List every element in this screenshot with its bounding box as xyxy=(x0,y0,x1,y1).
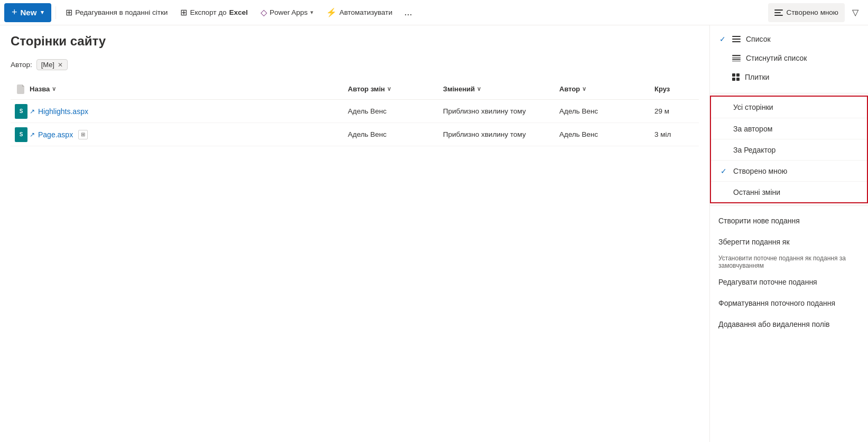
recent-changes-view-item[interactable]: ✓ Останні зміни xyxy=(711,181,867,202)
row2-expand-icon: ↗ xyxy=(30,131,35,138)
header-modified-sort-icon[interactable]: ∨ xyxy=(477,86,481,92)
export-label: Експорт до xyxy=(190,8,226,16)
export-excel-button[interactable]: ⊞ Експорт до Excel xyxy=(175,3,253,22)
header-modified: Змінений ∨ xyxy=(443,85,559,93)
filter-label: Автор: xyxy=(11,61,32,69)
row1-editor-cell: Адель Венс xyxy=(348,107,443,115)
new-caret-icon: ▾ xyxy=(41,9,44,16)
plus-icon: + xyxy=(12,7,17,18)
by-author-view-label: За автором xyxy=(733,125,772,133)
more-actions-button[interactable]: ... xyxy=(400,4,417,21)
edit-current-view-label: Редагувати поточне подання xyxy=(718,278,817,286)
header-size: Круз xyxy=(654,85,697,93)
compact-view-label: Стиснутий список xyxy=(746,54,807,62)
filter-row: Автор: [Me] ✕ xyxy=(11,59,699,70)
content-area: Сторінки сайту Автор: [Me] ✕ Назва xyxy=(0,25,709,442)
edit-current-view-item[interactable]: Редагувати поточне подання xyxy=(710,271,868,293)
header-editor-sort-icon[interactable]: ∨ xyxy=(387,86,391,92)
row1-author-cell: Адель Венс xyxy=(559,107,654,115)
power-apps-icon: ◇ xyxy=(261,7,267,17)
created-by-me-view-item[interactable]: ✓ Створено мною xyxy=(711,160,867,181)
export-icon: ⊞ xyxy=(180,7,187,17)
header-modified-label: Змінений xyxy=(443,85,475,93)
header-name-sort-icon[interactable]: ∨ xyxy=(52,86,56,92)
filter-tag-close-button[interactable]: ✕ xyxy=(58,61,63,69)
filter-button[interactable]: ▽ xyxy=(847,4,864,21)
list-view-option[interactable]: ✓ Список xyxy=(710,30,868,49)
edit-grid-button[interactable]: ⊞ Редагування в поданні сітки xyxy=(60,3,173,22)
automate-button[interactable]: ⚡ Автоматизувати xyxy=(321,3,398,22)
header-author-label: Автор xyxy=(559,85,580,93)
tiles-view-icon xyxy=(732,73,740,81)
filter-icon: ▽ xyxy=(852,7,858,17)
filter-tag-value: [Me] xyxy=(41,61,54,69)
power-apps-button[interactable]: ◇ Power Apps ▾ xyxy=(255,3,319,22)
main-layout: Сторінки сайту Автор: [Me] ✕ Назва xyxy=(0,25,868,442)
row1-icon-cell: S xyxy=(13,104,30,119)
format-current-view-label: Форматування поточного подання xyxy=(718,299,835,307)
set-default-view-label: Установити поточне подання як подання за… xyxy=(718,255,860,269)
view-type-section: ✓ Список ✓ Стиснутий список xyxy=(710,25,868,91)
created-by-me-check-icon: ✓ xyxy=(719,167,728,175)
page-title: Сторінки сайту xyxy=(11,34,699,49)
action-section: Створити нове подання Зберегти подання я… xyxy=(710,208,868,337)
new-label: New xyxy=(21,8,37,17)
power-apps-label: Power Apps xyxy=(270,8,308,16)
row2-edit-icon: ⊞ xyxy=(78,130,88,139)
compact-view-option[interactable]: ✓ Стиснутий список xyxy=(710,49,868,68)
row2-name-link[interactable]: Page.aspx xyxy=(38,130,73,139)
row1-modified-cell: Приблизно хвилину тому xyxy=(443,107,559,115)
row1-expand-icon: ↗ xyxy=(30,108,35,115)
header-editor-label: Автор змін xyxy=(348,85,385,93)
table-container: Назва ∨ Автор змін ∨ Змінений ∨ Автор ∨ … xyxy=(11,79,699,146)
header-author: Автор ∨ xyxy=(559,85,654,93)
row2-name-cell: ↗ Page.aspx ⊞ xyxy=(30,130,348,139)
row2-size-cell: 3 міл xyxy=(654,130,697,138)
row1-name-cell: ↗ Highlights.aspx xyxy=(30,107,348,116)
all-pages-view-label: Усі сторінки xyxy=(733,103,773,111)
header-icon-cell xyxy=(13,84,30,94)
power-apps-caret-icon: ▾ xyxy=(310,9,313,16)
set-default-view-item[interactable]: Установити поточне подання як подання за… xyxy=(710,252,868,271)
filter-views-section: ✓ Усі сторінки ✓ За автором ✓ За Редакто… xyxy=(710,96,868,203)
separator-1 xyxy=(56,6,56,19)
tiles-view-label: Плитки xyxy=(745,73,769,81)
header-author-sort-icon[interactable]: ∨ xyxy=(582,86,586,92)
save-view-as-item[interactable]: Зберегти подання як xyxy=(710,231,868,252)
add-remove-columns-item[interactable]: Додавання або видалення полів xyxy=(710,314,868,335)
hamburger-lines-icon xyxy=(774,10,783,16)
filter-tag: [Me] ✕ xyxy=(36,59,68,70)
row2-editor-cell: Адель Венс xyxy=(348,130,443,138)
table-row[interactable]: S ↗ Page.aspx ⊞ Адель Венс Приблизно хви… xyxy=(11,123,699,146)
automate-label: Автоматизувати xyxy=(339,8,392,16)
grid-edit-icon: ⊞ xyxy=(66,7,72,17)
table-row[interactable]: S ↗ Highlights.aspx Адель Венс Приблизно… xyxy=(11,100,699,123)
header-name-label: Назва xyxy=(30,85,50,93)
save-view-as-label: Зберегти подання як xyxy=(718,238,790,246)
row2-author-cell: Адель Венс xyxy=(559,130,654,138)
row1-name-link[interactable]: Highlights.aspx xyxy=(38,107,88,116)
create-new-view-item[interactable]: Створити нове подання xyxy=(710,210,868,231)
compact-view-icon xyxy=(732,55,741,61)
list-view-icon xyxy=(732,36,741,42)
by-author-view-item[interactable]: ✓ За автором xyxy=(711,118,867,139)
new-button[interactable]: + New ▾ xyxy=(4,3,51,22)
row2-icon-cell: S xyxy=(13,127,30,142)
edit-grid-label: Редагування в поданні сітки xyxy=(75,8,168,16)
all-pages-view-item[interactable]: ✓ Усі сторінки xyxy=(711,97,867,118)
row1-file-icon: S xyxy=(15,104,27,119)
header-editor: Автор змін ∨ xyxy=(348,85,443,93)
more-icon: ... xyxy=(404,7,412,18)
excel-label: Excel xyxy=(229,8,248,16)
table-header: Назва ∨ Автор змін ∨ Змінений ∨ Автор ∨ … xyxy=(11,79,699,100)
format-current-view-item[interactable]: Форматування поточного подання xyxy=(710,293,868,314)
tiles-view-option[interactable]: ✓ Плитки xyxy=(710,68,868,87)
divider-1 xyxy=(710,93,868,93)
row1-size-cell: 29 м xyxy=(654,107,697,115)
header-size-label: Круз xyxy=(654,85,670,93)
row2-modified-cell: Приблизно хвилину тому xyxy=(443,130,559,138)
view-selector-button[interactable]: Створено мною xyxy=(768,3,845,22)
by-editor-view-item[interactable]: ✓ За Редактор xyxy=(711,139,867,160)
created-by-me-view-label: Створено мною xyxy=(733,167,787,175)
header-name: Назва ∨ xyxy=(30,85,348,93)
